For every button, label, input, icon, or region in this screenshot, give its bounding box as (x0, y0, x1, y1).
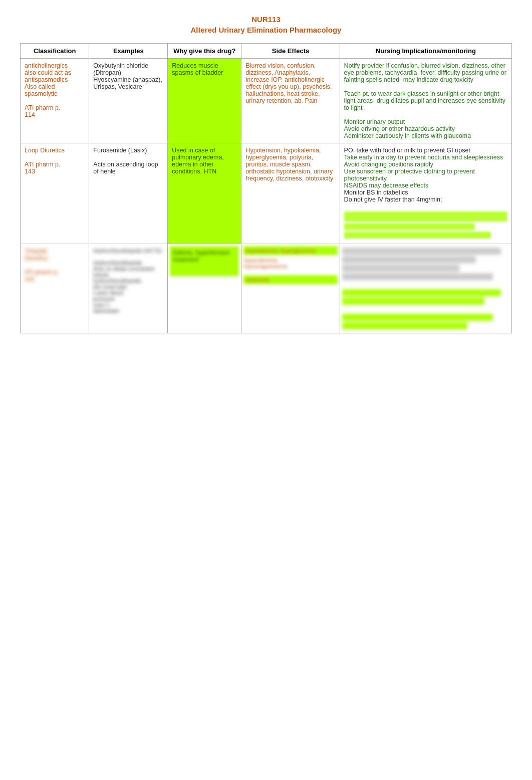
side-effects-cell-3: Hypokalemia, hyperglycemia hyponatremia,… (241, 244, 340, 333)
side-effects-cell-2: Hypotension, hypokalemia, hyperglycemia,… (241, 143, 340, 244)
col-nursing: Nursing Implications/monitoring (340, 44, 511, 59)
nursing-cell-3 (340, 244, 511, 333)
table-row: anticholinergics also could act as antis… (21, 59, 512, 143)
col-examples: Examples (89, 44, 168, 59)
side-effects-cell-1: Blurred vision, confusion, dizziness, An… (241, 59, 340, 143)
col-why: Why give this drug? (168, 44, 241, 59)
col-side-effects: Side Effects (241, 44, 340, 59)
nursing-cell-2: PO: take with food or milk to prevent GI… (340, 143, 511, 244)
col-classification: Classification (21, 44, 89, 59)
examples-cell-1: Oxybutynin chloride (Ditropan) Hyoscyami… (89, 59, 168, 143)
why-cell-1: Reduces muscle spasms of bladder (168, 59, 241, 143)
classification-cell-3: ThiazideDiuretics ATI pharm p.142 (21, 244, 89, 333)
classification-cell-1: anticholinergics also could act as antis… (21, 59, 89, 143)
nursing-cell-1: Notify provider if confusion, blurred vi… (340, 59, 511, 143)
examples-cell-2: Furosemide (Lasix) Acts on ascending loo… (89, 143, 168, 244)
page-title: NUR113 (20, 15, 512, 24)
page-subtitle: Altered Urinary Elimination Pharmacology (20, 26, 512, 34)
classification-cell-2: Loop Diuretics ATI pharm p. 143 (21, 143, 89, 244)
why-cell-2: Used in case of pulmonary edema, edema i… (168, 143, 241, 244)
why-cell-3: Edema, hypertension treatment (168, 244, 241, 333)
table-row: ThiazideDiuretics ATI pharm p.142 Hydroc… (21, 244, 512, 333)
examples-cell-3: Hydrochlorothiazide (HCTZ) Hydrochloroth… (89, 244, 168, 333)
pharmacology-table: Classification Examples Why give this dr… (20, 43, 512, 333)
table-row: Loop Diuretics ATI pharm p. 143 Furosemi… (21, 143, 512, 244)
